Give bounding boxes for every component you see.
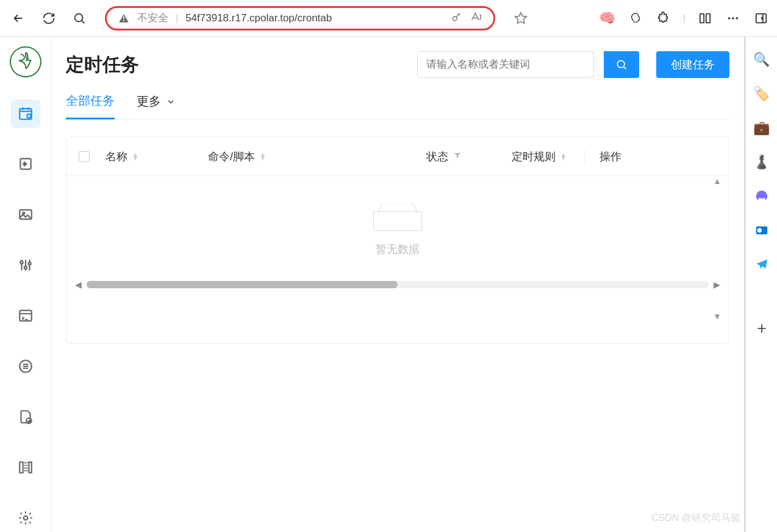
key-icon[interactable] [451, 11, 463, 26]
columns-icon [18, 459, 34, 475]
scroll-left-icon: ◀ [75, 280, 82, 289]
nav-dep[interactable] [11, 302, 40, 330]
scroll-down-icon: ▼ [713, 311, 724, 321]
svg-point-4 [728, 17, 731, 20]
svg-rect-22 [29, 462, 31, 472]
svg-point-0 [75, 13, 83, 21]
svg-point-24 [617, 60, 625, 68]
tab-more-label: 更多 [137, 93, 161, 110]
tab-all-label: 全部任务 [66, 93, 115, 109]
watermark: CSDN @研究司马懿 [651, 512, 740, 525]
scroll-track [87, 281, 709, 288]
app-logo[interactable] [10, 46, 41, 77]
nav-env[interactable] [11, 150, 40, 179]
nav-diff[interactable] [11, 402, 40, 431]
th-schedule[interactable]: 定时规则 ▲▼ [512, 149, 585, 164]
search-button[interactable] [604, 51, 639, 78]
sort-icon: ▲▼ [560, 153, 567, 160]
tab-all-tasks[interactable]: 全部任务 [66, 93, 115, 119]
address-bar[interactable]: 不安全 | 54f73918.r17.cpolar.top/crontab [105, 6, 495, 30]
search-icon [73, 12, 86, 25]
back-button[interactable] [7, 7, 29, 29]
arrow-left-icon [12, 12, 25, 25]
task-table: 名称 ▲▼ 命令/脚本 ▲▼ 状态 定时规则 ▲▼ [66, 137, 729, 344]
th-rule-label: 定时规则 [512, 149, 556, 164]
rs-briefcase-icon[interactable]: 💼 [753, 119, 770, 137]
divider: | [176, 13, 178, 24]
tab-more[interactable]: 更多 [137, 93, 176, 119]
insecure-label: 不安全 [137, 11, 168, 25]
rs-tag-icon[interactable]: 🏷️ [753, 85, 770, 102]
sliders-icon [18, 257, 34, 273]
rs-telegram-icon[interactable] [753, 256, 770, 273]
svg-point-11 [27, 114, 30, 118]
svg-rect-3 [706, 13, 710, 23]
sort-icon: ▲▼ [260, 153, 266, 160]
filter-icon [453, 150, 462, 163]
svg-rect-2 [700, 13, 704, 23]
file-check-icon [18, 409, 34, 425]
nav-setting[interactable] [11, 453, 40, 481]
th-cmd-label: 命令/脚本 [208, 149, 255, 164]
th-checkbox[interactable] [79, 151, 106, 162]
svg-rect-21 [20, 462, 23, 472]
scroll-thumb[interactable] [87, 281, 398, 288]
th-action: 操作 [585, 149, 670, 164]
empty-state: 暂无数据 [66, 176, 729, 275]
box-arrow-icon [18, 156, 34, 172]
th-status-label: 状态 [426, 149, 448, 164]
ext-openai-icon[interactable] [627, 10, 644, 27]
svg-point-6 [736, 17, 739, 20]
empty-text: 暂无数据 [376, 242, 420, 257]
sidebar-toggle-icon[interactable] [753, 10, 770, 27]
rs-outlook-icon[interactable] [753, 222, 770, 239]
image-icon [18, 207, 34, 222]
tabs: 全部任务 更多 [66, 93, 729, 119]
table-header: 名称 ▲▼ 命令/脚本 ▲▼ 状态 定时规则 ▲▼ [66, 137, 729, 176]
browser-search-button[interactable] [68, 7, 90, 29]
main-content: 定时任务 创建任务 全部任务 更多 名称 ▲▼ 命令/脚本 [51, 37, 744, 532]
svg-point-15 [20, 261, 23, 264]
refresh-icon [42, 12, 56, 25]
svg-rect-7 [756, 13, 767, 23]
horizontal-scroll[interactable]: ◀ ▶ [66, 275, 729, 294]
th-action-label: 操作 [600, 149, 621, 164]
svg-point-23 [23, 516, 27, 520]
th-command[interactable]: 命令/脚本 ▲▼ [208, 149, 426, 164]
ext-brain-icon[interactable]: 🧠 [599, 10, 616, 27]
search-input[interactable] [417, 51, 594, 78]
chevron-down-icon [166, 97, 176, 107]
scroll-up-icon: ▲ [713, 176, 724, 186]
svg-point-1 [453, 16, 457, 21]
browser-chrome: 不安全 | 54f73918.r17.cpolar.top/crontab 🧠 … [0, 0, 777, 37]
rs-copilot-icon[interactable] [753, 188, 770, 205]
app-container: 定时任务 创建任务 全部任务 更多 名称 ▲▼ 命令/脚本 [0, 37, 744, 532]
read-aloud-icon[interactable] [470, 11, 482, 26]
nav-log[interactable] [11, 352, 40, 380]
nav-system[interactable] [11, 503, 40, 532]
page-title: 定时任务 [66, 52, 407, 77]
rs-chess-icon[interactable]: ♟️ [753, 154, 770, 171]
more-menu-icon[interactable] [725, 10, 742, 27]
svg-point-9 [757, 228, 761, 232]
url-text: 54f73918.r17.cpolar.top/crontab [185, 12, 443, 24]
sort-icon: ▲▼ [132, 153, 138, 160]
browser-right-sidebar: 🔍 🏷️ 💼 ♟️ [744, 37, 777, 532]
nav-config[interactable] [11, 200, 40, 229]
vertical-scroll[interactable]: ▲ ▼ [713, 176, 724, 321]
page-header: 定时任务 创建任务 [66, 51, 729, 78]
ext-puzzle-icon[interactable] [655, 10, 672, 27]
rs-add-icon[interactable] [753, 320, 770, 337]
empty-box-icon [373, 200, 422, 231]
refresh-button[interactable] [38, 7, 60, 29]
nav-crontab[interactable] [11, 99, 40, 128]
rs-search-icon[interactable]: 🔍 [753, 51, 770, 68]
th-name[interactable]: 名称 ▲▼ [106, 149, 208, 164]
favorite-button[interactable] [510, 7, 532, 29]
th-status[interactable]: 状态 [426, 149, 512, 164]
list-icon [18, 358, 34, 374]
nav-script[interactable] [11, 251, 40, 280]
th-name-label: 名称 [106, 149, 127, 164]
create-task-button[interactable]: 创建任务 [656, 51, 729, 78]
split-screen-icon[interactable] [696, 10, 714, 27]
